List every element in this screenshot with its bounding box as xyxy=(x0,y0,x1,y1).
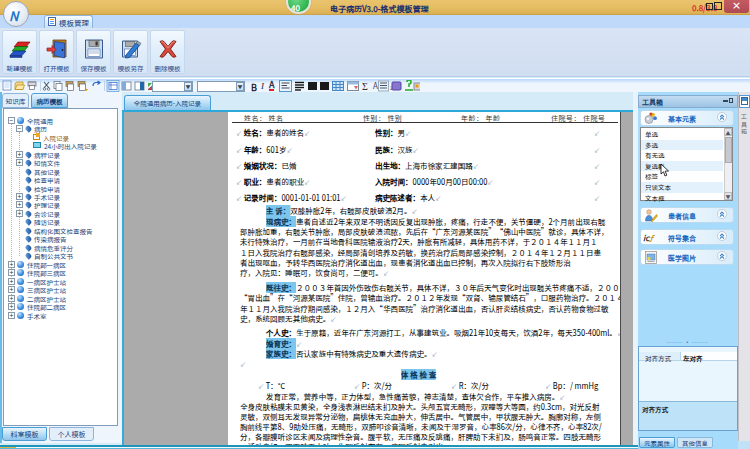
svg-text:Σ: Σ xyxy=(362,81,368,92)
